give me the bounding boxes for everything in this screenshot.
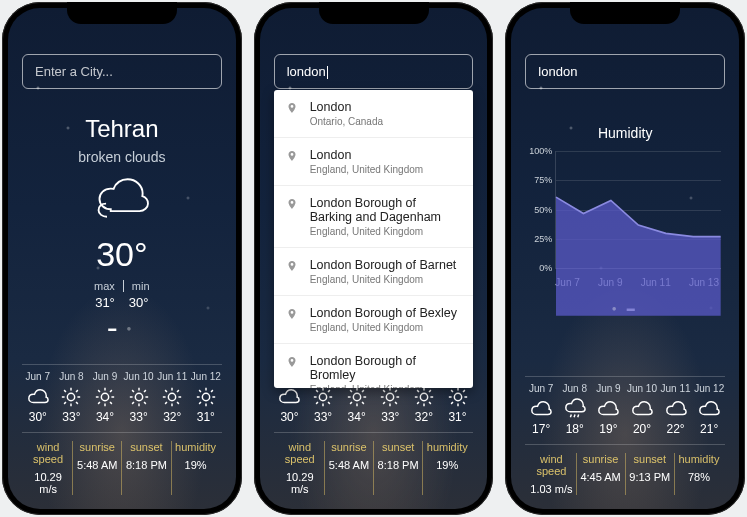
- pin-icon: [286, 259, 300, 276]
- autocomplete-list: LondonOntario, CanadaLondonEngland, Unit…: [274, 90, 474, 388]
- forecast-day[interactable]: Jun 1132°: [156, 371, 188, 424]
- forecast-day[interactable]: Jun 1020°: [626, 383, 658, 436]
- forecast-day[interactable]: Jun 1122°: [660, 383, 692, 436]
- autocomplete-item[interactable]: LondonEngland, United Kingdom: [274, 137, 474, 185]
- stat-label: sunset: [628, 453, 672, 465]
- svg-point-7: [387, 393, 394, 400]
- forecast-temp: 19°: [593, 422, 625, 436]
- forecast-day[interactable]: Jun 1221°: [693, 383, 725, 436]
- forecast-strip[interactable]: Jun 730°Jun 833°Jun 934°Jun 1033°Jun 113…: [22, 364, 222, 433]
- forecast-temp: 33°: [307, 410, 339, 424]
- forecast-day[interactable]: Jun 833°: [56, 371, 88, 424]
- sun-icon: [312, 386, 334, 408]
- forecast-temp: 32°: [408, 410, 440, 424]
- stat-value: 9:13 PM: [628, 471, 672, 483]
- y-tick: 100%: [526, 146, 552, 156]
- sun-icon: [195, 386, 217, 408]
- sun-icon: [379, 386, 401, 408]
- forecast-temp: 33°: [375, 410, 407, 424]
- page-dots[interactable]: ▬ ●: [22, 324, 222, 333]
- phone-frame: london LondonOntario, CanadaLondonEnglan…: [254, 2, 494, 515]
- suggestion-sub: England, United Kingdom: [310, 226, 462, 237]
- forecast-temp: 20°: [626, 422, 658, 436]
- forecast-temp: 33°: [56, 410, 88, 424]
- forecast-temp: 30°: [274, 410, 306, 424]
- stat-value: 8:18 PM: [124, 459, 168, 471]
- cloud-icon: [278, 386, 300, 408]
- max-temp: 31°: [95, 295, 115, 310]
- suggestion-sub: Ontario, Canada: [310, 116, 383, 127]
- notch: [319, 2, 429, 24]
- stat-label: sunset: [376, 441, 420, 453]
- sun-icon: [60, 386, 82, 408]
- phone-frame: london Humidity 100%75%50%25%0% Jun 7Jun…: [505, 2, 745, 515]
- stat-label: wind speed: [278, 441, 322, 465]
- forecast-date: Jun 10: [123, 371, 155, 382]
- forecast-day[interactable]: 30°: [274, 382, 306, 424]
- forecast-day[interactable]: 34°: [341, 382, 373, 424]
- forecast-day[interactable]: Jun 717°: [525, 383, 557, 436]
- svg-point-5: [319, 393, 326, 400]
- svg-point-3: [169, 393, 176, 400]
- pin-icon: [286, 101, 300, 118]
- forecast-day[interactable]: 32°: [408, 382, 440, 424]
- forecast-temp: 31°: [442, 410, 474, 424]
- autocomplete-item[interactable]: London Borough of BarnetEngland, United …: [274, 247, 474, 295]
- min-label: min: [123, 280, 150, 292]
- autocomplete-item[interactable]: London Borough of Barking and DagenhamEn…: [274, 185, 474, 247]
- sun-icon: [413, 386, 435, 408]
- autocomplete-item[interactable]: LondonOntario, Canada: [274, 90, 474, 137]
- suggestion-sub: England, United Kingdom: [310, 322, 457, 333]
- pin-icon: [286, 307, 300, 324]
- autocomplete-item[interactable]: London Borough of BromleyEngland, United…: [274, 343, 474, 388]
- forecast-day[interactable]: Jun 1231°: [190, 371, 222, 424]
- search-input[interactable]: london: [525, 54, 725, 89]
- stat-value: 78%: [677, 471, 721, 483]
- stat-label: humidity: [174, 441, 218, 453]
- weather-icon: [92, 175, 152, 221]
- stat-label: sunrise: [579, 453, 623, 465]
- forecast-temp: 31°: [190, 410, 222, 424]
- forecast-day[interactable]: 31°: [442, 382, 474, 424]
- y-tick: 25%: [526, 234, 552, 244]
- cloud-icon: [530, 398, 552, 420]
- forecast-day[interactable]: Jun 934°: [89, 371, 121, 424]
- forecast-day[interactable]: 33°: [375, 382, 407, 424]
- city-name: Tehran: [22, 115, 222, 143]
- forecast-day[interactable]: Jun 919°: [593, 383, 625, 436]
- suggestion-sub: England, United Kingdom: [310, 274, 457, 285]
- svg-point-6: [353, 393, 360, 400]
- forecast-day[interactable]: Jun 1033°: [123, 371, 155, 424]
- stat-value: 8:18 PM: [376, 459, 420, 471]
- suggestion-name: London Borough of Bromley: [310, 354, 462, 382]
- cloud-icon: [698, 398, 720, 420]
- y-tick: 0%: [526, 263, 552, 273]
- forecast-date: Jun 11: [156, 371, 188, 382]
- sun-icon: [161, 386, 183, 408]
- stat-label: wind speed: [26, 441, 70, 465]
- forecast-day[interactable]: Jun 730°: [22, 371, 54, 424]
- stats-footer: wind speed1.03 m/s sunrise4:45 AM sunset…: [525, 445, 725, 495]
- pin-icon: [286, 355, 300, 372]
- screen: Tehran broken clouds 30° max min 31° 30°…: [8, 8, 236, 509]
- forecast-date: Jun 8: [56, 371, 88, 382]
- svg-point-0: [68, 393, 75, 400]
- suggestion-name: London Borough of Barking and Dagenham: [310, 196, 462, 224]
- forecast-day[interactable]: 33°: [307, 382, 339, 424]
- forecast-day[interactable]: Jun 818°: [559, 383, 591, 436]
- stat-value: 10.29 m/s: [278, 471, 322, 495]
- forecast-temp: 22°: [660, 422, 692, 436]
- search-input[interactable]: london: [274, 54, 474, 89]
- forecast-temp: 30°: [22, 410, 54, 424]
- autocomplete-item[interactable]: London Borough of BexleyEngland, United …: [274, 295, 474, 343]
- search-input[interactable]: [22, 54, 222, 89]
- pin-icon: [286, 149, 300, 166]
- forecast-temp: 32°: [156, 410, 188, 424]
- forecast-date: Jun 9: [89, 371, 121, 382]
- screen: london LondonOntario, CanadaLondonEnglan…: [260, 8, 488, 509]
- stat-label: sunrise: [75, 441, 119, 453]
- forecast-date: Jun 9: [593, 383, 625, 394]
- stats-footer: wind speed10.29 m/s sunrise5:48 AM sunse…: [274, 433, 474, 495]
- forecast-strip[interactable]: Jun 717°Jun 818°Jun 919°Jun 1020°Jun 112…: [525, 376, 725, 445]
- stat-label: humidity: [677, 453, 721, 465]
